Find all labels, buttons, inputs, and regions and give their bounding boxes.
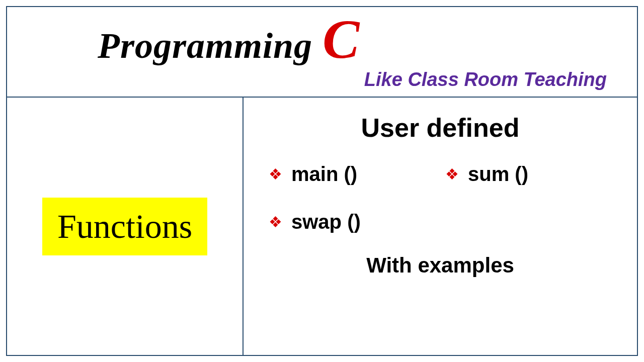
topic-highlight: Functions [42,198,207,255]
list-item: ❖ main () [269,163,440,186]
diamond-bullet-icon: ❖ [269,167,282,182]
title-line: Programming C [27,17,617,67]
header-section: Programming C Like Class Room Teaching [7,7,637,98]
bullet-text: main () [291,163,357,186]
list-item: ❖ sum () [445,163,617,186]
slide-frame: Programming C Like Class Room Teaching F… [6,6,638,356]
diamond-bullet-icon: ❖ [269,215,282,230]
list-item: ❖ swap () [269,211,440,233]
right-panel: User defined ❖ main () ❖ sum () ❖ swap (… [244,98,637,355]
diamond-bullet-icon: ❖ [445,167,459,182]
right-heading: User defined [264,113,617,143]
bullet-text: swap () [291,211,361,233]
title-language: C [323,17,359,61]
bullet-text: sum () [468,163,528,186]
left-panel: Functions [7,98,244,355]
footer-text: With examples [264,253,617,278]
title-programming: Programming [98,25,312,67]
subtitle: Like Class Room Teaching [27,69,617,90]
bullet-grid: ❖ main () ❖ sum () ❖ swap () [264,163,617,233]
lower-section: Functions User defined ❖ main () ❖ sum (… [7,98,637,355]
